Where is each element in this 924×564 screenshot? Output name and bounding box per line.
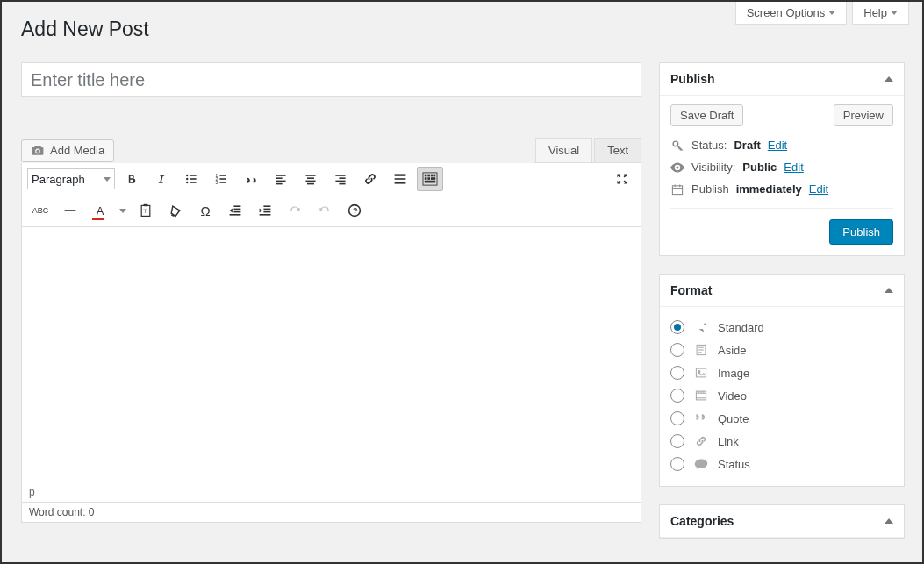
word-count-bar: Word count: 0 <box>22 502 641 522</box>
radio-icon <box>670 343 684 357</box>
svg-point-52 <box>676 166 678 168</box>
text-color-dropdown[interactable] <box>117 198 129 223</box>
publish-box-header[interactable]: Publish <box>660 63 904 96</box>
svg-rect-15 <box>276 181 285 182</box>
svg-rect-61 <box>696 368 706 377</box>
redo-button[interactable] <box>312 198 338 223</box>
edit-status-link[interactable]: Edit <box>768 139 787 152</box>
pin-icon <box>693 320 709 334</box>
post-content-editor[interactable] <box>22 227 641 482</box>
bullet-list-button[interactable] <box>178 167 204 191</box>
radio-checked-icon <box>670 320 684 334</box>
svg-rect-53 <box>672 185 682 194</box>
format-box-header[interactable]: Format <box>660 275 904 307</box>
edit-visibility-link[interactable]: Edit <box>784 161 803 174</box>
keyboard-help-button[interactable]: ? <box>341 198 368 223</box>
post-title-input[interactable] <box>21 62 641 97</box>
svg-rect-24 <box>339 183 345 185</box>
align-left-button[interactable] <box>268 167 294 191</box>
chevron-down-icon <box>104 177 111 182</box>
link-button[interactable] <box>357 167 383 191</box>
svg-rect-21 <box>335 175 345 176</box>
svg-rect-42 <box>233 209 240 211</box>
editor-tab-text[interactable]: Text <box>594 138 641 162</box>
collapse-icon <box>885 76 893 82</box>
svg-rect-14 <box>276 177 282 179</box>
svg-rect-48 <box>260 214 271 216</box>
format-option-video[interactable]: Video <box>670 384 893 407</box>
fullscreen-button[interactable] <box>609 167 635 191</box>
svg-rect-36 <box>425 181 435 183</box>
save-draft-button[interactable]: Save Draft <box>670 104 743 126</box>
svg-rect-39 <box>144 204 148 206</box>
indent-button[interactable] <box>252 198 278 223</box>
edit-schedule-link[interactable]: Edit <box>809 182 828 196</box>
svg-rect-10 <box>219 175 226 176</box>
categories-box-header[interactable]: Categories <box>660 505 904 538</box>
radio-icon <box>670 389 684 403</box>
svg-rect-20 <box>307 183 314 185</box>
horizontal-rule-button[interactable] <box>57 198 83 223</box>
paste-text-button[interactable]: T <box>133 198 159 223</box>
paragraph-format-select[interactable]: Paragraph <box>27 168 115 189</box>
blockquote-button[interactable] <box>238 167 264 191</box>
clear-formatting-button[interactable] <box>162 198 189 223</box>
camera-icon <box>31 144 45 158</box>
svg-rect-34 <box>427 177 430 180</box>
format-option-standard[interactable]: Standard <box>670 316 893 339</box>
key-icon <box>670 139 684 152</box>
format-box: Format Standard Aside <box>659 274 905 487</box>
screen-options-label: Screen Options <box>747 6 826 19</box>
outdent-button[interactable] <box>222 198 248 223</box>
eye-icon <box>670 162 684 173</box>
document-icon <box>693 344 709 356</box>
status-label: Status: <box>691 139 727 152</box>
svg-rect-25 <box>395 174 406 175</box>
image-icon <box>693 367 709 379</box>
svg-rect-45 <box>263 205 270 207</box>
svg-rect-17 <box>305 175 315 176</box>
align-center-button[interactable] <box>297 167 324 191</box>
publish-box-title: Publish <box>670 72 715 86</box>
add-media-button[interactable]: Add Media <box>21 139 114 162</box>
format-option-quote[interactable]: Quote <box>670 407 893 430</box>
undo-button[interactable] <box>282 198 308 223</box>
publish-button[interactable]: Publish <box>829 219 893 245</box>
screen-options-toggle[interactable]: Screen Options <box>735 2 848 25</box>
preview-button[interactable]: Preview <box>834 104 893 126</box>
chain-icon <box>693 435 709 447</box>
format-option-status[interactable]: Status <box>670 453 893 475</box>
format-option-link[interactable]: Link <box>670 430 893 453</box>
svg-rect-13 <box>276 175 285 176</box>
special-character-button[interactable]: Ω <box>192 198 218 223</box>
add-media-label: Add Media <box>50 144 104 157</box>
svg-point-3 <box>186 182 188 183</box>
schedule-label: Publish <box>691 182 729 196</box>
svg-point-51 <box>673 141 678 146</box>
svg-rect-6 <box>190 182 196 183</box>
align-right-button[interactable] <box>327 167 354 191</box>
svg-rect-23 <box>335 181 345 182</box>
svg-rect-12 <box>219 182 226 183</box>
help-toggle[interactable]: Help <box>852 2 909 25</box>
visibility-value: Public <box>742 161 777 174</box>
editor-tab-visual[interactable]: Visual <box>535 138 592 162</box>
read-more-button[interactable] <box>387 167 413 191</box>
format-option-aside[interactable]: Aside <box>670 339 893 361</box>
svg-rect-26 <box>395 178 406 180</box>
svg-rect-32 <box>433 175 435 177</box>
publish-box: Publish Save Draft Preview Status: Draft… <box>659 62 905 256</box>
radio-icon <box>670 434 684 448</box>
strikethrough-button[interactable]: ABC <box>27 198 54 223</box>
bold-button[interactable] <box>118 167 145 191</box>
numbered-list-button[interactable]: 123 <box>208 167 234 191</box>
svg-rect-27 <box>395 182 406 183</box>
italic-button[interactable] <box>148 167 175 191</box>
text-color-button[interactable]: A <box>87 198 113 223</box>
format-option-image[interactable]: Image <box>670 361 893 384</box>
chevron-down-icon <box>828 11 835 15</box>
svg-rect-5 <box>190 178 196 180</box>
svg-rect-46 <box>263 209 270 211</box>
toolbar-toggle-button[interactable] <box>417 167 443 191</box>
speech-bubble-icon <box>693 458 709 470</box>
